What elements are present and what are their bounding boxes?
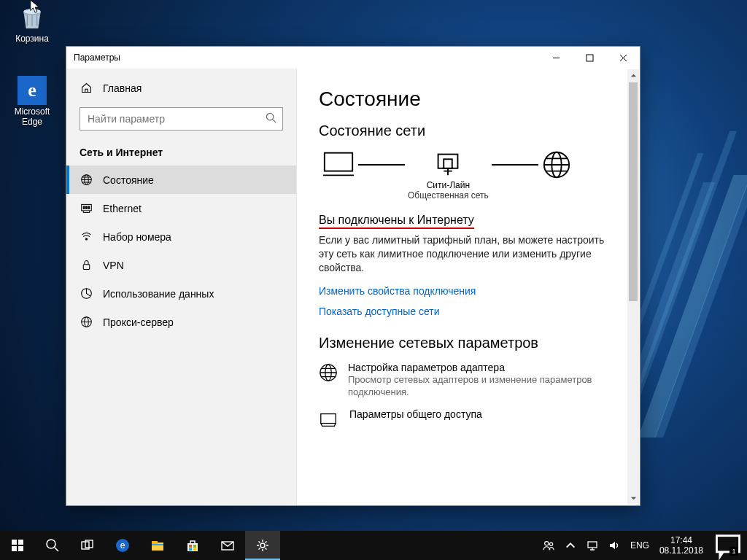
taskbar-settings[interactable] bbox=[245, 531, 280, 560]
scroll-down-button[interactable] bbox=[627, 492, 639, 505]
home-icon bbox=[80, 82, 93, 94]
status-icon bbox=[80, 174, 93, 186]
scrollbar[interactable] bbox=[627, 69, 639, 505]
start-button[interactable] bbox=[0, 531, 35, 560]
tray-language[interactable]: ENG bbox=[630, 540, 649, 551]
taskbar-edge[interactable]: e bbox=[105, 531, 140, 560]
tray-clock[interactable]: 17:44 08.11.2018 bbox=[659, 535, 703, 556]
sharing-icon bbox=[319, 408, 339, 432]
window-title: Параметры bbox=[74, 52, 539, 63]
diagram-router: Сити-Лайн Общественная сеть bbox=[408, 149, 489, 201]
svg-rect-33 bbox=[152, 544, 163, 545]
option-adapter-settings[interactable]: Настройка параметров адаптера Просмотр с… bbox=[319, 362, 618, 398]
search-icon bbox=[266, 112, 276, 126]
dialup-icon bbox=[80, 230, 93, 243]
svg-rect-16 bbox=[444, 159, 453, 168]
scroll-up-button[interactable] bbox=[627, 69, 639, 82]
svg-rect-44 bbox=[716, 536, 739, 552]
svg-point-42 bbox=[549, 542, 552, 545]
data-usage-icon bbox=[80, 287, 93, 300]
sidebar-item-data-usage[interactable]: Использование данных bbox=[66, 279, 296, 308]
diagram-line bbox=[358, 164, 405, 166]
sidebar-home[interactable]: Главная bbox=[66, 74, 296, 101]
tray-chevron-up-icon[interactable] bbox=[565, 540, 576, 551]
desktop-icon-label: Microsoft Edge bbox=[6, 106, 58, 127]
adapter-icon bbox=[319, 362, 338, 385]
sidebar-item-ethernet[interactable]: Ethernet bbox=[66, 194, 296, 222]
sidebar-item-status[interactable]: Состояние bbox=[66, 166, 296, 194]
svg-rect-25 bbox=[18, 546, 23, 551]
svg-rect-32 bbox=[152, 541, 158, 544]
network-icon[interactable] bbox=[587, 540, 598, 551]
sidebar-item-vpn[interactable]: VPN bbox=[66, 251, 296, 279]
diagram-net-type: Общественная сеть bbox=[408, 190, 489, 201]
svg-point-40 bbox=[260, 543, 265, 548]
svg-rect-35 bbox=[189, 545, 192, 548]
scroll-thumb[interactable] bbox=[629, 82, 638, 301]
svg-point-26 bbox=[47, 540, 55, 548]
svg-rect-36 bbox=[193, 545, 196, 548]
svg-text:e: e bbox=[120, 540, 125, 551]
option-title: Параметры общего доступа bbox=[349, 408, 482, 420]
svg-rect-7 bbox=[85, 206, 87, 209]
maximize-button[interactable] bbox=[573, 47, 606, 69]
taskbar-search-button[interactable] bbox=[35, 531, 70, 560]
svg-rect-10 bbox=[83, 265, 90, 270]
section-heading: Изменение сетевых параметров bbox=[319, 335, 618, 351]
svg-point-9 bbox=[85, 238, 87, 240]
svg-rect-38 bbox=[193, 548, 196, 551]
edge-icon: e bbox=[18, 76, 47, 105]
close-button[interactable] bbox=[606, 47, 640, 69]
diagram-net-name: Сити-Лайн bbox=[427, 180, 470, 190]
sidebar-item-label: Прокси-сервер bbox=[103, 316, 174, 328]
main-content: Состояние Состояние сети Сити-Лайн Общес… bbox=[297, 69, 640, 505]
sidebar: Главная Сеть и Интернет Состояние Ethern… bbox=[66, 69, 297, 505]
volume-icon[interactable] bbox=[608, 540, 620, 551]
tray-time: 17:44 bbox=[659, 535, 703, 545]
sidebar-item-label: Набор номера bbox=[103, 231, 171, 243]
mouse-cursor bbox=[29, 0, 42, 18]
taskbar-mail[interactable] bbox=[210, 531, 245, 560]
svg-rect-1 bbox=[587, 55, 593, 61]
option-title: Настройка параметров адаптера bbox=[348, 362, 618, 373]
sidebar-item-proxy[interactable]: Прокси-сервер bbox=[66, 308, 296, 336]
svg-rect-21 bbox=[321, 414, 336, 424]
taskbar-explorer[interactable] bbox=[140, 531, 175, 560]
option-sharing-settings[interactable]: Параметры общего доступа bbox=[319, 408, 618, 432]
sidebar-section-title: Сеть и Интернет bbox=[66, 141, 296, 166]
taskbar: e ENG 17:44 08.11.2018 bbox=[0, 531, 747, 560]
action-center-button[interactable] bbox=[713, 531, 743, 560]
link-show-networks[interactable]: Показать доступные сети bbox=[319, 306, 618, 317]
ethernet-icon bbox=[80, 202, 93, 214]
people-icon[interactable] bbox=[543, 540, 554, 551]
desktop-icon-label: Корзина bbox=[6, 34, 58, 44]
taskbar-store[interactable] bbox=[175, 531, 210, 560]
svg-rect-23 bbox=[18, 540, 23, 545]
desktop-icon-edge[interactable]: e Microsoft Edge bbox=[6, 76, 58, 127]
titlebar[interactable]: Параметры bbox=[66, 47, 640, 69]
section-heading: Состояние сети bbox=[319, 122, 618, 139]
diagram-pc bbox=[322, 149, 355, 179]
system-tray: ENG 17:44 08.11.2018 bbox=[543, 531, 747, 560]
search-input-wrap[interactable] bbox=[80, 107, 283, 131]
svg-rect-43 bbox=[588, 542, 597, 548]
sidebar-item-label: Использование данных bbox=[103, 288, 214, 300]
minimize-button[interactable] bbox=[539, 47, 573, 69]
svg-rect-14 bbox=[325, 153, 352, 171]
svg-point-41 bbox=[545, 542, 549, 545]
link-change-connection-props[interactable]: Изменить свойства подключения bbox=[319, 285, 618, 297]
sidebar-item-dialup[interactable]: Набор номера bbox=[66, 222, 296, 251]
svg-rect-24 bbox=[12, 546, 17, 551]
connected-description: Если у вас лимитный тарифный план, вы мо… bbox=[319, 233, 618, 275]
task-view-button[interactable] bbox=[70, 531, 105, 560]
svg-point-2 bbox=[266, 113, 273, 120]
svg-rect-37 bbox=[189, 548, 192, 551]
diagram-line bbox=[492, 164, 538, 166]
proxy-icon bbox=[80, 316, 93, 328]
svg-rect-6 bbox=[83, 206, 85, 209]
network-diagram: Сити-Лайн Общественная сеть bbox=[322, 149, 618, 201]
sidebar-item-label: Состояние bbox=[103, 174, 154, 186]
page-title: Состояние bbox=[319, 88, 618, 111]
vpn-icon bbox=[80, 259, 93, 271]
search-input[interactable] bbox=[88, 113, 266, 125]
